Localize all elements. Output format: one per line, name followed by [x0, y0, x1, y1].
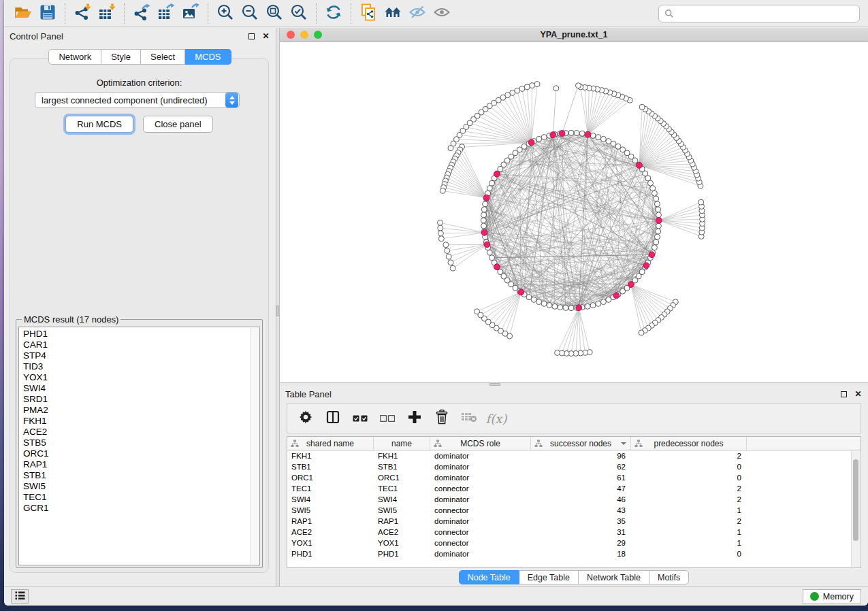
column-label: shared name [306, 439, 354, 448]
search-input[interactable] [678, 9, 854, 19]
column-header-name[interactable]: name [374, 437, 430, 450]
table-cell: TEC1 [287, 484, 374, 493]
save-session-button[interactable] [35, 3, 60, 24]
tab-motifs[interactable]: Motifs [649, 570, 689, 584]
table-row[interactable]: ACE2ACE2connector311 [287, 527, 861, 538]
mcds-result-item[interactable]: STB5 [23, 437, 250, 448]
float-panel-icon[interactable] [839, 390, 848, 399]
scrollbar-thumb[interactable] [853, 459, 858, 541]
delete-column-button[interactable] [432, 408, 452, 429]
mcds-result-item[interactable]: STP4 [23, 350, 250, 361]
column-type-icon [434, 440, 442, 450]
main-toolbar [4, 0, 868, 27]
open-session-button[interactable] [11, 3, 35, 24]
mcds-result-item[interactable]: TEC1 [23, 492, 250, 503]
horizontal-splitter[interactable] [280, 382, 868, 386]
table-row[interactable]: SWI4SWI4dominator462 [287, 494, 861, 505]
mcds-result-item[interactable]: STB1 [23, 470, 250, 481]
mcds-result-item[interactable]: SRD1 [23, 394, 250, 405]
float-panel-icon[interactable] [247, 32, 256, 41]
column-header-predecessor-nodes[interactable]: predecessor nodes [631, 437, 747, 450]
mcds-result-item[interactable]: ORC1 [23, 448, 250, 459]
table-row[interactable]: STB1STB1dominator620 [287, 461, 861, 472]
tab-node-table[interactable]: Node Table [459, 570, 519, 584]
table-row[interactable]: FKH1FKH1dominator962 [287, 450, 861, 461]
mcds-result-item[interactable]: YOX1 [23, 372, 250, 383]
column-header-successor-nodes[interactable]: successor nodes [531, 437, 631, 450]
table-row[interactable]: ORC1ORC1dominator610 [287, 472, 861, 483]
table-cell: connector [430, 484, 531, 493]
mcds-result-item[interactable]: SWI4 [23, 383, 250, 394]
table-row[interactable]: SWI5SWI5connector431 [287, 505, 861, 516]
mcds-result-list[interactable]: PHD1CAR1STP4TID3YOX1SWI4SRD1PMA2FKH1ACE2… [18, 327, 260, 565]
tab-network-table[interactable]: Network Table [579, 570, 649, 584]
function-builder-button[interactable]: f(x) [486, 408, 507, 429]
table-cell: connector [430, 506, 531, 514]
column-type-icon [291, 440, 299, 450]
show-all-button[interactable] [430, 3, 454, 24]
table-row[interactable]: TEC1TEC1connector472 [287, 483, 861, 494]
show-column-button[interactable] [323, 408, 343, 429]
column-header-shared-name[interactable]: shared name [287, 437, 374, 450]
task-history-button[interactable] [11, 589, 29, 604]
mcds-result-item[interactable]: TID3 [23, 361, 250, 372]
hide-selected-button[interactable] [405, 3, 430, 24]
table-cell: 62 [531, 463, 631, 471]
import-network-button[interactable] [70, 3, 95, 24]
splitter-grip[interactable] [489, 383, 500, 386]
splitter-grip[interactable] [276, 306, 279, 316]
export-image-icon [182, 3, 199, 23]
close-panel-button[interactable]: Close panel [143, 116, 213, 133]
table-cell: 1 [631, 539, 747, 547]
sort-chevron-icon [621, 442, 626, 445]
zoom-out-button[interactable] [238, 3, 262, 24]
table-scrollbar[interactable] [851, 451, 860, 567]
close-panel-icon[interactable]: ✕ [261, 32, 270, 41]
table-row[interactable]: PHD1PHD1dominator180 [287, 548, 861, 559]
table-cell: SWI5 [374, 506, 430, 514]
mcds-result-item[interactable]: FKH1 [23, 416, 250, 427]
import-table-button[interactable] [95, 3, 119, 24]
zoom-selected-button[interactable] [287, 3, 311, 24]
table-cell: dominator [430, 517, 531, 525]
tab-style[interactable]: Style [101, 49, 141, 65]
mcds-result-item[interactable]: CAR1 [23, 340, 250, 350]
table-row[interactable]: YOX1YOX1connector291 [287, 538, 861, 548]
mcds-result-item[interactable]: ACE2 [23, 427, 250, 437]
deselect-all-rows-button[interactable] [377, 408, 398, 429]
tab-mcds[interactable]: MCDS [185, 49, 231, 65]
criterion-select[interactable]: largest connected component (undirected) [35, 92, 240, 108]
mcds-result-item[interactable]: PHD1 [23, 329, 250, 340]
export-table-button[interactable] [154, 3, 178, 24]
mcds-result-item[interactable]: PMA2 [23, 405, 250, 416]
run-mcds-button[interactable]: Run MCDS [65, 116, 133, 133]
mcds-result-item[interactable]: RAP1 [23, 459, 250, 470]
result-list-scrollbar[interactable] [251, 328, 259, 564]
column-header-MCDS-role[interactable]: MCDS role [430, 437, 531, 450]
network-window-titlebar[interactable]: YPA_prune.txt_1 [280, 28, 868, 42]
select-all-rows-button[interactable] [350, 408, 370, 429]
delete-table-button[interactable] [459, 408, 479, 429]
refresh-button[interactable] [321, 3, 346, 24]
mcds-tab-content: Optimization criterion: largest connecte… [10, 58, 269, 573]
network-canvas[interactable] [280, 42, 868, 382]
zoom-fit-button[interactable] [262, 3, 287, 24]
duplicate-network-button[interactable] [356, 3, 381, 24]
table-settings-button[interactable] [295, 408, 316, 429]
export-image-button[interactable] [178, 3, 203, 24]
create-column-button[interactable] [404, 408, 425, 429]
tab-network[interactable]: Network [48, 49, 101, 65]
table-cell: ACE2 [374, 528, 430, 536]
tab-edge-table[interactable]: Edge Table [519, 570, 579, 584]
dropdown-stepper-icon [225, 93, 238, 108]
table-cell: YOX1 [374, 539, 430, 547]
mcds-result-item[interactable]: SWI5 [23, 481, 250, 492]
export-network-button[interactable] [129, 3, 154, 24]
tab-select[interactable]: Select [141, 49, 185, 65]
memory-button[interactable]: Memory [803, 589, 861, 604]
close-panel-icon[interactable]: ✕ [854, 390, 863, 399]
table-row[interactable]: RAP1RAP1dominator352 [287, 516, 861, 527]
mcds-result-item[interactable]: GCR1 [23, 503, 250, 514]
first-neighbors-button[interactable] [381, 3, 405, 24]
zoom-in-button[interactable] [213, 3, 238, 24]
